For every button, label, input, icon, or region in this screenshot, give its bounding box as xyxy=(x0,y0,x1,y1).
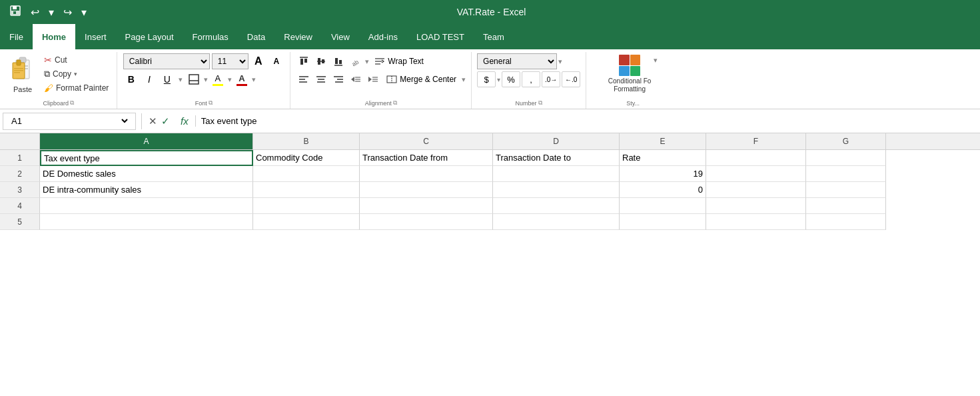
row-number-5[interactable]: 5 xyxy=(0,214,40,230)
number-format-dropdown[interactable]: ▾ xyxy=(558,57,562,66)
cell-G3[interactable] xyxy=(806,182,886,198)
conditional-formatting-button[interactable]: Conditional Fo Formatting xyxy=(608,53,651,93)
cell-A4[interactable] xyxy=(40,198,253,214)
menu-item-file[interactable]: File xyxy=(0,24,33,49)
conditional-formatting-dropdown[interactable]: ▾ xyxy=(654,56,658,65)
align-middle-button[interactable] xyxy=(313,53,329,69)
cell-F1[interactable] xyxy=(706,150,806,166)
cell-D1[interactable]: Transaction Date to xyxy=(493,150,620,166)
align-left-button[interactable] xyxy=(296,71,312,87)
cell-F2[interactable] xyxy=(706,166,806,182)
name-box[interactable]: A1 xyxy=(3,113,136,130)
copy-button[interactable]: ⧉ Copy ▾ xyxy=(41,67,111,81)
menu-item-load-test[interactable]: LOAD TEST xyxy=(407,24,474,49)
cut-button[interactable]: ✂ Cut xyxy=(41,53,111,67)
percent-button[interactable]: % xyxy=(502,71,520,87)
orientation-dropdown[interactable]: ▾ xyxy=(365,57,369,66)
undo-button[interactable]: ↩ xyxy=(28,5,42,20)
cell-reference-select[interactable]: A1 xyxy=(9,115,130,127)
cell-B5[interactable] xyxy=(253,214,360,230)
cell-F5[interactable] xyxy=(706,214,806,230)
cell-A3[interactable]: DE intra-community sales xyxy=(40,182,253,198)
italic-button[interactable]: I xyxy=(141,71,157,87)
decrease-decimal-button[interactable]: .0→ xyxy=(542,71,560,87)
menu-item-add-ins[interactable]: Add-ins xyxy=(359,24,407,49)
menu-item-page-layout[interactable]: Page Layout xyxy=(116,24,183,49)
cell-D3[interactable] xyxy=(493,182,620,198)
align-top-button[interactable] xyxy=(296,53,312,69)
col-header-D[interactable]: D xyxy=(493,133,620,149)
increase-decimal-button[interactable]: ←.0 xyxy=(562,71,580,87)
cell-G2[interactable] xyxy=(806,166,886,182)
wrap-text-button[interactable]: Wrap Text xyxy=(370,55,428,68)
cell-G5[interactable] xyxy=(806,214,886,230)
underline-button[interactable]: U xyxy=(159,71,175,87)
confirm-formula-icon[interactable]: ✓ xyxy=(161,115,170,127)
col-header-A[interactable]: A xyxy=(40,133,253,149)
cell-A5[interactable] xyxy=(40,214,253,230)
align-bottom-button[interactable] xyxy=(330,53,346,69)
fill-color-button[interactable]: A xyxy=(210,71,226,87)
cell-E4[interactable] xyxy=(620,198,706,214)
row-number-2[interactable]: 2 xyxy=(0,166,40,182)
cell-B2[interactable] xyxy=(253,166,360,182)
merge-center-dropdown[interactable]: ▾ xyxy=(462,75,466,84)
row-number-3[interactable]: 3 xyxy=(0,182,40,198)
menu-item-view[interactable]: View xyxy=(322,24,359,49)
cell-G1[interactable] xyxy=(806,150,886,166)
border-button[interactable] xyxy=(186,71,202,87)
menu-item-home[interactable]: Home xyxy=(33,24,75,49)
merge-center-button[interactable]: Merge & Center xyxy=(382,73,460,86)
font-color-button[interactable]: A xyxy=(234,71,250,87)
font-shrink-button[interactable]: A xyxy=(268,53,284,69)
clipboard-dialog-launcher[interactable]: ⧉ xyxy=(70,99,74,107)
col-header-F[interactable]: F xyxy=(706,133,806,149)
bold-button[interactable]: B xyxy=(123,71,139,87)
cell-F4[interactable] xyxy=(706,198,806,214)
save-button[interactable] xyxy=(7,3,24,21)
font-dialog-launcher[interactable]: ⧉ xyxy=(209,99,213,107)
col-header-C[interactable]: C xyxy=(360,133,493,149)
border-dropdown[interactable]: ▾ xyxy=(204,75,208,84)
col-header-G[interactable]: G xyxy=(806,133,886,149)
cell-B3[interactable] xyxy=(253,182,360,198)
menu-item-team[interactable]: Team xyxy=(474,24,514,49)
menu-item-insert[interactable]: Insert xyxy=(75,24,116,49)
format-painter-button[interactable]: 🖌 Format Painter xyxy=(41,81,111,95)
cell-E1[interactable]: Rate xyxy=(620,150,706,166)
menu-item-data[interactable]: Data xyxy=(238,24,274,49)
number-format-select[interactable]: General xyxy=(477,53,557,69)
cell-C5[interactable] xyxy=(360,214,493,230)
menu-item-formulas[interactable]: Formulas xyxy=(183,24,238,49)
paste-button[interactable]: Paste xyxy=(5,53,40,96)
cell-D5[interactable] xyxy=(493,214,620,230)
alignment-dialog-launcher[interactable]: ⧉ xyxy=(393,99,397,107)
col-header-E[interactable]: E xyxy=(620,133,706,149)
cell-D2[interactable] xyxy=(493,166,620,182)
cancel-formula-icon[interactable]: ✕ xyxy=(149,115,157,127)
cell-B1[interactable]: Commodity Code xyxy=(253,150,360,166)
cell-C3[interactable] xyxy=(360,182,493,198)
row-number-4[interactable]: 4 xyxy=(0,198,40,214)
align-right-button[interactable] xyxy=(330,71,346,87)
comma-button[interactable]: , xyxy=(522,71,540,87)
font-name-select[interactable]: Calibri xyxy=(123,53,210,69)
font-size-select[interactable]: 11 xyxy=(212,53,248,69)
cell-A2[interactable]: DE Domestic sales xyxy=(40,166,253,182)
number-dialog-launcher[interactable]: ⧉ xyxy=(538,99,542,107)
increase-indent-button[interactable] xyxy=(365,71,381,87)
cell-A1[interactable]: Tax event type xyxy=(40,150,253,166)
cell-D4[interactable] xyxy=(493,198,620,214)
decrease-indent-button[interactable] xyxy=(348,71,364,87)
orientation-button[interactable]: ab xyxy=(348,53,364,69)
cell-F3[interactable] xyxy=(706,182,806,198)
align-center-button[interactable] xyxy=(313,71,329,87)
cell-C1[interactable]: Transaction Date from xyxy=(360,150,493,166)
row-number-1[interactable]: 1 xyxy=(0,150,40,166)
redo-button[interactable]: ↪ xyxy=(61,5,75,20)
undo-dropdown-button[interactable]: ▾ xyxy=(46,5,57,20)
font-grow-button[interactable]: A xyxy=(250,53,266,69)
customize-qat-button[interactable]: ▾ xyxy=(79,5,89,20)
font-color-dropdown[interactable]: ▾ xyxy=(252,75,256,84)
fill-color-dropdown[interactable]: ▾ xyxy=(228,75,232,84)
